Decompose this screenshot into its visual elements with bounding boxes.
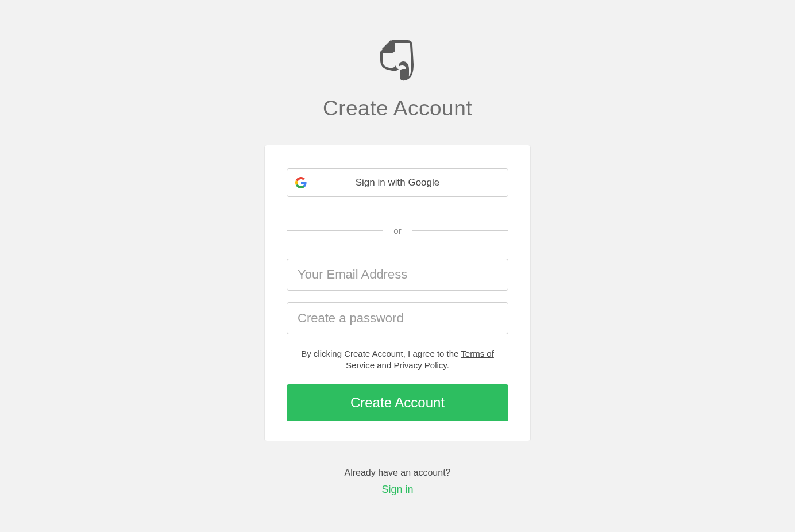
divider-line (287, 230, 383, 231)
email-input[interactable] (287, 259, 508, 291)
google-icon (295, 177, 307, 188)
page-title: Create Account (323, 97, 472, 121)
or-label: or (383, 226, 411, 236)
already-have-account: Already have an account? Sign in (344, 468, 450, 496)
terms-text: By clicking Create Account, I agree to t… (287, 348, 508, 372)
google-button-label: Sign in with Google (356, 177, 439, 188)
already-text: Already have an account? (344, 468, 450, 478)
divider-line (412, 230, 508, 231)
terms-prefix: By clicking Create Account, I agree to t… (301, 349, 461, 358)
terms-middle: and (375, 360, 393, 370)
password-input[interactable] (287, 302, 508, 334)
svg-point-0 (403, 51, 406, 55)
evernote-logo-icon (379, 39, 416, 83)
signup-card: Sign in with Google or By clicking Creat… (264, 145, 531, 441)
privacy-policy-link[interactable]: Privacy Policy (393, 360, 446, 370)
signin-with-google-button[interactable]: Sign in with Google (287, 168, 508, 197)
or-divider: or (287, 226, 508, 236)
signin-link[interactable]: Sign in (344, 484, 450, 496)
terms-suffix: . (447, 360, 449, 370)
create-account-button[interactable]: Create Account (287, 384, 508, 421)
